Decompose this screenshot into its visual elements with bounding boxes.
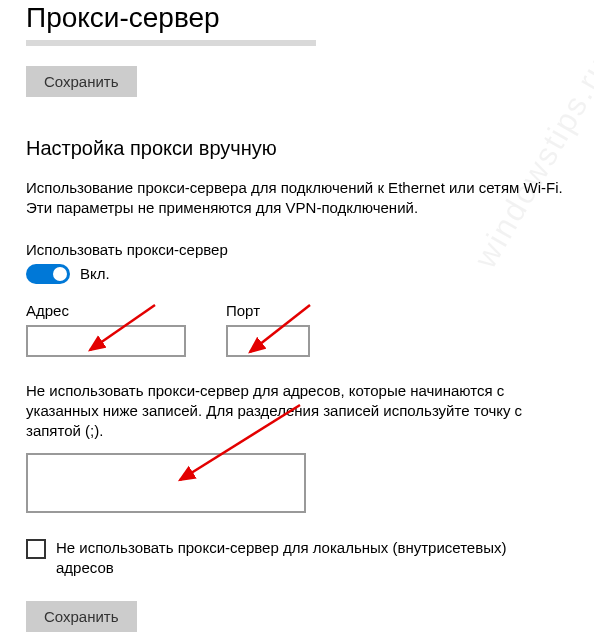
address-label: Адрес (26, 302, 186, 319)
use-proxy-label: Использовать прокси-сервер (26, 241, 568, 258)
port-input[interactable] (226, 325, 310, 357)
manual-proxy-description: Использование прокси-сервера для подключ… (26, 178, 568, 219)
manual-proxy-section-title: Настройка прокси вручную (26, 137, 568, 160)
page-title: Прокси-сервер (26, 2, 568, 34)
exceptions-label: Не использовать прокси-сервер для адресо… (26, 381, 568, 442)
port-label: Порт (226, 302, 310, 319)
toggle-knob-icon (53, 267, 67, 281)
use-proxy-toggle[interactable] (26, 264, 70, 284)
save-button-bottom[interactable]: Сохранить (26, 601, 137, 632)
save-button-top[interactable]: Сохранить (26, 66, 137, 97)
title-divider (26, 40, 316, 46)
local-addresses-label: Не использовать прокси-сервер для локаль… (56, 538, 568, 577)
address-input[interactable] (26, 325, 186, 357)
local-addresses-checkbox[interactable] (26, 539, 46, 559)
toggle-state-label: Вкл. (80, 265, 110, 282)
exceptions-input[interactable] (26, 453, 306, 513)
